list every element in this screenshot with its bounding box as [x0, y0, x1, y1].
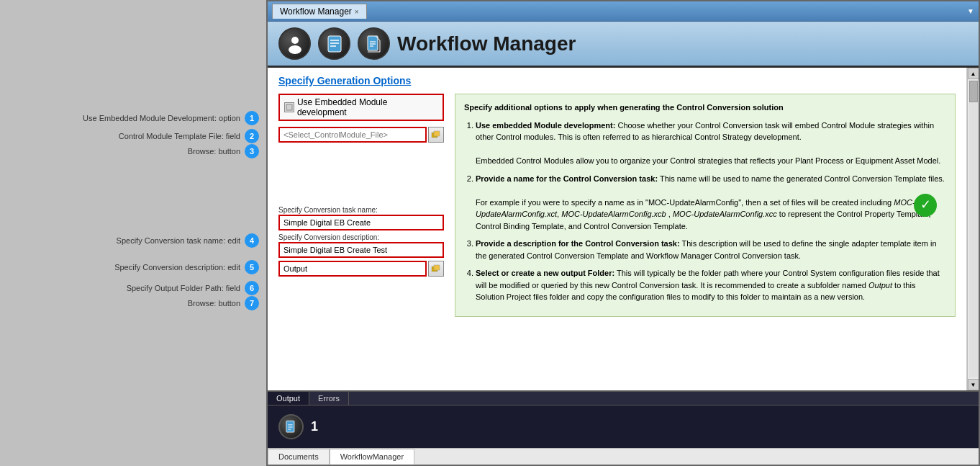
bottom-content: 1 — [268, 405, 979, 448]
browse-button-2[interactable] — [428, 261, 444, 277]
annotation-3-badge: 3 — [245, 144, 259, 158]
scroll-thumb[interactable] — [969, 81, 978, 102]
annotation-7-badge: 7 — [245, 296, 259, 310]
annotation-4-badge: 4 — [245, 233, 259, 248]
annotation-2: Control Module Template File: field 2 — [119, 129, 259, 143]
annotation-1: Use Embedded Module Development: option … — [83, 111, 259, 125]
form-spacer — [278, 143, 444, 200]
bottom-panel: Output Errors 1 — [268, 390, 979, 448]
info-item-3: Provide a description for the Control Co… — [476, 238, 946, 261]
document-icon — [358, 27, 390, 60]
tab-label: Workflow Manager — [280, 6, 352, 17]
info-item-4: Select or create a new output Folder: Th… — [476, 267, 946, 303]
bottom-document-icon — [278, 414, 304, 439]
documents-footer-tab[interactable]: Documents — [268, 449, 330, 465]
content-area: Specify Generation Options Use Embedded … — [268, 68, 979, 390]
output-folder-field[interactable] — [278, 261, 427, 277]
desc-input[interactable] — [278, 242, 444, 258]
annotation-7-label: Browse: button — [188, 299, 240, 308]
main-window: Workflow Manager × ▼ — [266, 0, 980, 466]
embedded-module-label: Use Embedded Module development — [297, 97, 438, 117]
svg-rect-15 — [286, 421, 294, 432]
person-icon — [278, 27, 311, 60]
workflowmanager-footer-tab[interactable]: WorkflowManager — [330, 449, 414, 465]
annotation-1-label: Use Embedded Module Development: option — [83, 114, 240, 122]
annotation-1-badge: 1 — [245, 111, 259, 125]
scroll-track — [969, 81, 978, 377]
annotation-6-badge: 6 — [245, 281, 259, 295]
annotation-2-badge: 2 — [245, 129, 259, 143]
annotation-6: Specify Output Folder Path: field 6 — [127, 281, 259, 295]
info-panel-title: Specify additional options to apply when… — [464, 102, 946, 114]
document-list-icon — [318, 27, 350, 60]
svg-point-0 — [291, 37, 299, 44]
annotation-4-label: Specify Conversion task name: edit — [117, 236, 240, 245]
task-name-label: Specify Conversion task name: — [278, 206, 444, 214]
form-area: Use Embedded Module development — [278, 94, 956, 317]
svg-rect-10 — [286, 104, 292, 110]
left-form: Use Embedded Module development — [278, 94, 444, 317]
desc-label: Specify Conversion description: — [278, 233, 444, 241]
panel-content: Specify Generation Options Use Embedded … — [268, 68, 966, 390]
info-panel: Specify additional options to apply when… — [455, 94, 956, 317]
app-title: Workflow Manager — [397, 32, 576, 55]
tab-close-button[interactable]: × — [355, 8, 359, 16]
info-list: Use embedded Module development: Choose … — [464, 120, 946, 303]
main-panel: Specify Generation Options Use Embedded … — [268, 68, 967, 390]
output-field-row — [278, 261, 444, 277]
workflow-manager-tab[interactable]: Workflow Manager × — [272, 4, 367, 19]
dropdown-arrow-icon[interactable]: ▼ — [967, 7, 974, 15]
scroll-up-button[interactable]: ▲ — [968, 68, 979, 79]
annotation-3: Browse: button 3 — [188, 144, 259, 158]
annotation-6-label: Specify Output Folder Path: field — [127, 284, 240, 292]
svg-rect-6 — [368, 36, 378, 50]
scrollbar[interactable]: ▲ ▼ — [967, 68, 979, 390]
annotation-4: Specify Conversion task name: edit 4 — [117, 233, 259, 248]
info-item-1: Use embedded Module development: Choose … — [476, 120, 946, 167]
svg-rect-14 — [434, 265, 440, 270]
annotations-panel: Use Embedded Module Development: option … — [0, 0, 266, 466]
bottom-count: 1 — [311, 419, 318, 434]
annotation-7: Browse: button 7 — [188, 296, 259, 310]
header-bar: Workflow Manager — [268, 22, 979, 68]
section-title: Specify Generation Options — [278, 75, 956, 86]
footer-tabs: Documents WorkflowManager — [268, 448, 979, 465]
annotation-5-label: Specify Conversion description: edit — [114, 263, 240, 272]
browse-button-1[interactable] — [428, 127, 444, 143]
svg-rect-2 — [328, 36, 341, 52]
bottom-tabs: Output Errors — [268, 392, 979, 405]
task-name-input[interactable] — [278, 215, 444, 230]
annotation-3-label: Browse: button — [188, 147, 240, 156]
svg-rect-12 — [434, 131, 440, 136]
embedded-module-checkbox-row[interactable]: Use Embedded Module development — [278, 94, 444, 121]
checkmark-icon: ✓ — [914, 194, 937, 217]
annotation-5-badge: 5 — [245, 260, 259, 274]
control-module-field[interactable] — [278, 127, 427, 143]
title-bar: Workflow Manager × ▼ — [268, 1, 979, 22]
svg-point-1 — [289, 45, 301, 54]
control-module-field-row — [278, 127, 444, 143]
output-tab[interactable]: Output — [268, 392, 309, 405]
errors-tab[interactable]: Errors — [309, 392, 349, 405]
annotation-2-label: Control Module Template File: field — [119, 132, 240, 140]
info-item-2: Provide a name for the Control Conversio… — [476, 173, 946, 233]
scroll-down-button[interactable]: ▼ — [968, 379, 979, 390]
checkbox-icon[interactable] — [284, 102, 294, 112]
annotation-5: Specify Conversion description: edit 5 — [114, 260, 259, 274]
